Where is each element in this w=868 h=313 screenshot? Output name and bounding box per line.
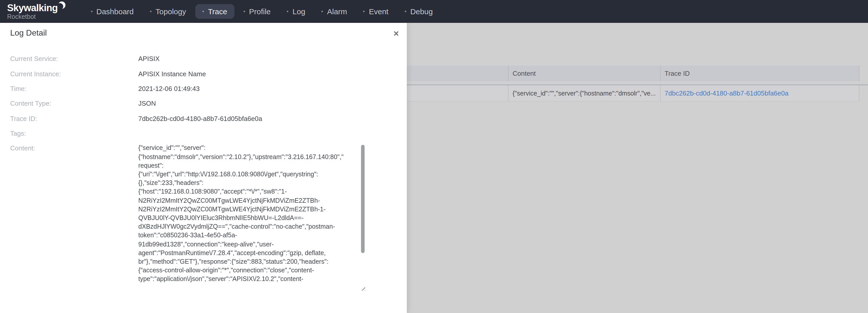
log-table-header-trace-id: Trace ID	[660, 66, 859, 81]
field-label: Tags:	[10, 130, 138, 137]
nav-item-label: Log	[292, 8, 305, 15]
log-content-textarea[interactable]: {"service_id":"","server": {"hostname":"…	[138, 144, 365, 290]
content-textarea-container: {"service_id":"","server": {"hostname":"…	[138, 144, 365, 290]
field-current-service: Current Service: APISIX	[0, 51, 407, 66]
field-value: JSON	[138, 100, 156, 107]
log-row-trace-id-cell: 7dbc262b-cd0d-4180-a8b7-61d05bfa6e0a	[660, 85, 859, 101]
nav-item-dot-icon	[287, 11, 288, 12]
nav-item-label: Event	[369, 8, 389, 15]
nav-item-dot-icon	[203, 11, 204, 12]
nav-item-dot-icon	[363, 11, 365, 12]
nav-menu: Dashboard Topology Trace Profile Log Ala…	[83, 0, 441, 23]
field-label: Trace ID:	[10, 115, 138, 123]
trace-id-link[interactable]: 7dbc262b-cd0d-4180-a8b7-61d05bfa6e0a	[664, 90, 788, 97]
top-nav-bar: Skywalking Rocketbot Dashboard Topology …	[0, 0, 868, 23]
dialog-header: Log Detail ✕	[0, 23, 407, 42]
nav-item-label: Dashboard	[96, 8, 134, 15]
nav-item-dot-icon	[243, 11, 245, 12]
nav-item-label: Debug	[410, 8, 433, 15]
nav-item-dot-icon	[405, 11, 406, 12]
field-label: Time:	[10, 85, 138, 93]
nav-item-dot-icon	[91, 11, 92, 12]
field-content-type: Content Type: JSON	[0, 96, 407, 111]
nav-item-label: Alarm	[327, 8, 347, 15]
nav-item-label: Profile	[249, 8, 271, 15]
field-time: Time: 2021-12-06 01:49:43	[0, 81, 407, 96]
field-trace-id: Trace ID: 7dbc262b-cd0d-4180-a8b7-61d05b…	[0, 111, 407, 126]
field-tags: Tags:	[0, 126, 407, 141]
field-value: APISIX	[138, 55, 160, 63]
log-detail-dialog: Log Detail ✕ Current Service: APISIX Cur…	[0, 23, 407, 313]
nav-item-dashboard[interactable]: Dashboard	[84, 4, 141, 19]
nav-item-topology[interactable]: Topology	[143, 4, 193, 19]
field-value: 2021-12-06 01:49:43	[138, 85, 199, 93]
nav-item-trace[interactable]: Trace	[195, 4, 235, 19]
log-detail-fields: Current Service: APISIX Current Instance…	[0, 51, 407, 290]
field-value: APISIX Instance Name	[138, 70, 206, 77]
log-table-header-content: Content	[508, 66, 660, 81]
nav-item-event[interactable]: Event	[356, 4, 396, 19]
field-label: Current Instance:	[10, 70, 138, 77]
nav-item-debug[interactable]: Debug	[398, 4, 440, 19]
field-content: Content: {"service_id":"","server": {"ho…	[0, 141, 407, 290]
field-label: Current Service:	[10, 55, 138, 63]
log-row-content-cell: {"service_id":"","server":{"hostname":"d…	[508, 85, 660, 101]
brand-subtitle: Rocketbot	[7, 14, 66, 20]
nav-item-dot-icon	[150, 11, 152, 12]
brand-title: Skywalking	[7, 3, 58, 13]
page: Skywalking Rocketbot Dashboard Topology …	[0, 0, 868, 313]
nav-item-label: Trace	[208, 8, 227, 15]
field-current-instance: Current Instance: APISIX Instance Name	[0, 66, 407, 81]
nav-item-label: Topology	[156, 8, 186, 15]
nav-item-alarm[interactable]: Alarm	[314, 4, 354, 19]
log-row-content-text: {"service_id":"","server":{"hostname":"d…	[513, 90, 656, 97]
skywalking-logo[interactable]: Skywalking Rocketbot	[7, 3, 66, 20]
field-value: 7dbc262b-cd0d-4180-a8b7-61d05bfa6e0a	[138, 115, 262, 123]
field-label: Content Type:	[10, 100, 138, 107]
nav-item-profile[interactable]: Profile	[236, 4, 278, 19]
field-label: Content:	[10, 141, 138, 156]
dialog-title: Log Detail	[10, 29, 47, 37]
textarea-scrollbar-thumb[interactable]	[361, 145, 365, 253]
crescent-moon-icon	[57, 1, 66, 10]
nav-item-dot-icon	[321, 11, 323, 12]
nav-item-log[interactable]: Log	[280, 4, 312, 19]
close-icon[interactable]: ✕	[392, 29, 400, 38]
